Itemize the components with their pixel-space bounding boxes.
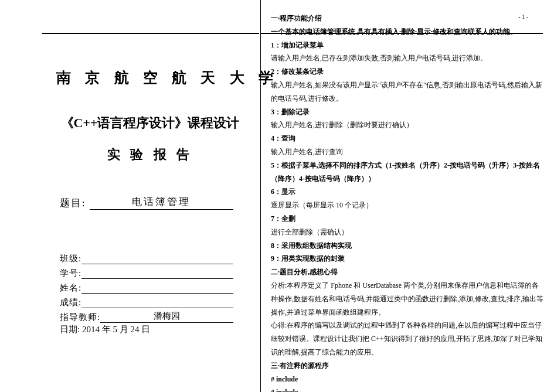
- analysis-body: 分析:本程序定义了 Fphone 和 UserDatabase 两个类,分别用来…: [271, 279, 543, 319]
- feature-7-body: 进行全部删除（需确认）: [271, 226, 543, 239]
- field-advisor: 指导教师: 潘梅园: [56, 309, 244, 323]
- field-id: 学号:: [56, 265, 244, 279]
- feature-6: 6：显示: [271, 185, 543, 199]
- feature-4: 4：查询: [271, 132, 543, 145]
- feature-5: 5：根据子菜单,选择不同的排序方式（1-按姓名（升序）2-按电话号码（升序）3-…: [271, 159, 543, 186]
- feature-9: 9：用类实现数据的封装: [271, 252, 543, 265]
- feature-4-body: 输入用户姓名,进行查询: [271, 145, 543, 159]
- feature-8: 8：采用数组数据结构实现: [271, 239, 543, 253]
- cover-page: 南 京 航 空 航 天 大 学 《C++语言程序设计》课程设计 实 验 报 告 …: [0, 0, 260, 392]
- course-title: 《C++语言程序设计》课程设计: [56, 114, 244, 132]
- intro-desc: 一个基本的电话簿管理系统,具有具有插入·删除·显示·修改和查询联系人的功能。: [271, 25, 543, 39]
- content-page: - 1 - 一·程序功能介绍 一个基本的电话簿管理系统,具有具有插入·删除·显示…: [260, 0, 554, 392]
- feature-2: 2：修改某条记录: [271, 65, 543, 79]
- name-label: 姓名:: [60, 282, 81, 294]
- feature-1-body: 请输入用户姓名,已存在则添加失败,否则输入用户电话号码,进行添加。: [271, 52, 543, 65]
- feature-1: 1：增加记录菜单: [271, 39, 543, 52]
- id-value: [81, 278, 233, 279]
- field-grade: 成绩:: [56, 295, 244, 308]
- feature-6-body: 逐屏显示（每屏显示 10 个记录）: [271, 199, 543, 212]
- section-2-heading: 二·题目分析,感想心得: [271, 265, 543, 279]
- grade-value: [81, 307, 233, 308]
- title-value: 电话簿管理: [90, 195, 233, 210]
- name-value: [81, 292, 233, 294]
- page-indicator: - 1 -: [518, 11, 528, 22]
- feature-3: 3：删除记录: [271, 105, 543, 119]
- feature-3-body: 输入用户姓名,进行删除（删除时要进行确认）: [271, 118, 543, 132]
- feel-body: 心得:在程序的编写以及调试的过程中遇到了各种各样的问题,在以后的编写过程中应当仔…: [271, 319, 543, 359]
- page-spread: 南 京 航 空 航 天 大 学 《C++语言程序设计》课程设计 实 验 报 告 …: [0, 0, 554, 392]
- report-heading: 实 验 报 告: [56, 146, 244, 163]
- feature-2-body: 输入用户姓名,如果没有该用户显示"该用户不存在"信息,否则输出原电话号码,然后输…: [271, 79, 543, 105]
- id-label: 学号:: [60, 268, 81, 279]
- section-1-heading: 一·程序功能介绍: [271, 12, 543, 25]
- project-title-row: 题目: 电话簿管理: [56, 195, 244, 210]
- class-value: [81, 263, 233, 264]
- advisor-label: 指导教师:: [60, 312, 100, 323]
- include-1: # include: [271, 373, 543, 386]
- title-label: 题目:: [60, 196, 86, 210]
- section-3-heading: 三·有注释的源程序: [271, 359, 543, 373]
- date-row: 日期: 2014 年 5 月 24 日: [56, 324, 244, 335]
- grade-label: 成绩:: [60, 297, 81, 308]
- feature-7: 7：全删: [271, 212, 543, 226]
- university-name: 南 京 航 空 航 天 大 学: [56, 68, 244, 87]
- include-2: # include: [271, 386, 543, 392]
- field-name: 姓名:: [56, 280, 244, 294]
- advisor-value: 潘梅园: [100, 311, 233, 323]
- class-label: 班级:: [60, 253, 81, 264]
- field-class: 班级:: [56, 251, 244, 264]
